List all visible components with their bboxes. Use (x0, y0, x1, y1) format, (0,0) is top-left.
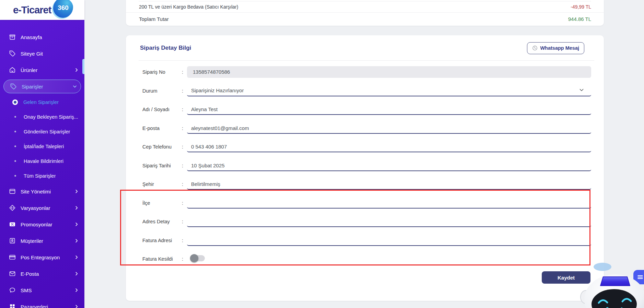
total-value: 944.86 TL (568, 16, 591, 22)
field-separator: : (182, 144, 187, 150)
chevron-right-icon (74, 222, 79, 227)
e-posta-input[interactable] (187, 123, 591, 134)
chevron-right-icon (74, 189, 79, 194)
sidebar-item-pazaryerleri[interactable]: Pazaryerleri (0, 298, 84, 308)
dashboard-icon (9, 34, 16, 40)
fatura-kesildi-toggle[interactable] (191, 255, 205, 261)
sidebar-item-m-teriler[interactable]: Müşteriler (0, 233, 84, 249)
whatsapp-message-button[interactable]: Whatsapp Mesaj (527, 42, 584, 54)
sidebar-item-pos-entegrasyon[interactable]: Pos Entegrasyon (0, 249, 84, 265)
sidebar-item-siteye-git[interactable]: Siteye Git (0, 45, 84, 62)
field-separator: : (182, 126, 187, 131)
chevron-right-icon (74, 238, 79, 243)
sidebar-subitem-label: Onay Bekleyen Sipariş... (24, 114, 78, 120)
sidebar-item-label: E-Posta (21, 271, 39, 277)
field-row-ehir: Şehir: (126, 175, 604, 194)
ad-soyad-input[interactable] (187, 104, 591, 115)
chat-icon (9, 287, 16, 294)
field-row-adres-detay: Adres Detay: (126, 212, 604, 231)
bullet-icon (14, 145, 16, 147)
field-label: Cep Telefonu (142, 144, 182, 150)
field-control (187, 160, 591, 171)
sidebar-item-label: Promosyonlar (21, 222, 52, 227)
field-label: Sipariş No (142, 69, 182, 75)
sidebar-item-sipari-ler[interactable]: Siparişler (3, 80, 81, 93)
field-row-durum: Durum:Siparişiniz Hazırlanıyor (126, 82, 604, 100)
selected-option-label: Siparişiniz Hazırlanıyor (191, 87, 244, 93)
field-label: Sipariş Tarihi (142, 163, 182, 168)
field-separator: : (182, 88, 187, 94)
sidebar-subitem-label: Gönderilen Siparişler (24, 129, 70, 134)
sidebar-item-e-posta[interactable]: E-Posta (0, 265, 84, 282)
sidebar-item-anasayfa[interactable]: Anasayfa (0, 29, 84, 45)
cep-telefonu-input[interactable] (187, 141, 591, 152)
field-label: Fatura Kesildi (142, 256, 182, 262)
field-label: Adres Detay (142, 219, 182, 224)
total-label: Toplam Tutar (139, 16, 169, 22)
sidebar-subitem-havale-bildirimleri[interactable]: Havale Bildirimleri (0, 154, 84, 168)
field-label: İlçe (142, 200, 182, 206)
save-button[interactable]: Kaydet (542, 271, 590, 284)
sidebar-item-promosyonlar[interactable]: Promosyonlar (0, 216, 84, 233)
page-title: Sipariş Detay Bilgi (140, 45, 191, 51)
sidebar-subitem-i-ptal-i-ade-talepleri[interactable]: İptal/İade Talepleri (0, 139, 84, 154)
field-control: 1358574870586 (187, 66, 591, 78)
i-l-e-input[interactable] (187, 198, 591, 209)
store-icon (9, 67, 16, 73)
sidebar-subitem-onay-bekleyen-sipari[interactable]: Onay Bekleyen Sipariş... (0, 109, 84, 124)
field-control (187, 216, 591, 227)
field-label: Şehir (142, 181, 182, 187)
chevron-right-icon (74, 271, 79, 276)
field-label: Durum (142, 88, 182, 94)
order-detail-card: Sipariş Detay Bilgi Whatsapp Mesaj Sipar… (126, 35, 604, 301)
bullet-icon (14, 116, 16, 118)
sidebar-item-label: Ürünler (21, 67, 37, 73)
order-summary-card: 200 TL ve üzeri Kargo Bedava (Satıcı Kar… (126, 0, 604, 26)
ehir-input[interactable] (187, 179, 591, 190)
sidebar-item-r-nler[interactable]: Ürünler (0, 62, 84, 78)
chevron-right-icon (74, 68, 79, 72)
field-row-ad-soyad: Adı / Soyadı: (126, 100, 604, 119)
field-control (187, 198, 591, 209)
sidebar-subitem-t-m-sipari-ler[interactable]: Tüm Siparişler (0, 168, 84, 183)
sidebar-item-label: Varyasyonlar (21, 205, 50, 211)
mail-icon (9, 270, 16, 277)
field-separator: : (182, 238, 187, 243)
sidebar-item-site-y-netimi[interactable]: Site Yönetimi (0, 183, 84, 200)
sidebar-subitem-label: Gelen Siparişler (23, 99, 59, 105)
shipping-value: -49,99 TL (571, 4, 591, 10)
fatura-adresi-input[interactable] (187, 235, 591, 246)
total-row: Toplam Tutar 944.86 TL (126, 13, 604, 25)
field-row-sipari-tarihi: Sipariş Tarihi: (126, 156, 604, 175)
whatsapp-icon (532, 45, 538, 51)
chevron-right-icon (74, 205, 79, 210)
field-control (187, 255, 591, 263)
sidebar-item-label: Siparişler (22, 84, 43, 90)
assistant-menu-fab[interactable] (633, 270, 644, 284)
durum-select[interactable]: Siparişiniz Hazırlanıyor (187, 85, 591, 96)
sidebar-subitem-gelen-sipari-ler[interactable]: Gelen Siparişler (0, 95, 84, 109)
field-row-e-posta: E-posta: (126, 119, 604, 138)
sipari-tarihi-input[interactable] (187, 160, 591, 171)
field-control: Siparişiniz Hazırlanıyor (187, 85, 591, 96)
sidebar-item-label: Pazaryerleri (21, 304, 48, 308)
tag-icon (9, 50, 16, 57)
adres-detay-input[interactable] (187, 216, 591, 227)
sidebar-subitem-g-nderilen-sipari-ler[interactable]: Gönderilen Siparişler (0, 124, 84, 139)
field-label: Adı / Soyadı (142, 107, 182, 112)
sidebar-subitem-label: İptal/İade Talepleri (24, 144, 64, 149)
sidebar-item-sms[interactable]: SMS (0, 282, 84, 298)
logo[interactable]: e-Ticaret 360 (0, 0, 84, 20)
chevron-down-icon (579, 87, 584, 93)
field-control (187, 235, 591, 246)
bullet-icon (14, 160, 16, 162)
sipari-no-readonly-input: 1358574870586 (187, 66, 591, 78)
field-separator: : (182, 200, 187, 206)
divider (139, 1, 591, 1)
field-separator: : (182, 181, 187, 187)
sidebar-item-varyasyonlar[interactable]: Varyasyonlar (0, 200, 84, 216)
tag-icon (10, 83, 17, 90)
field-control (187, 141, 591, 152)
sidebar-subitem-label: Havale Bildirimleri (24, 158, 63, 164)
shipping-row: 200 TL ve üzeri Kargo Bedava (Satıcı Kar… (126, 0, 604, 13)
